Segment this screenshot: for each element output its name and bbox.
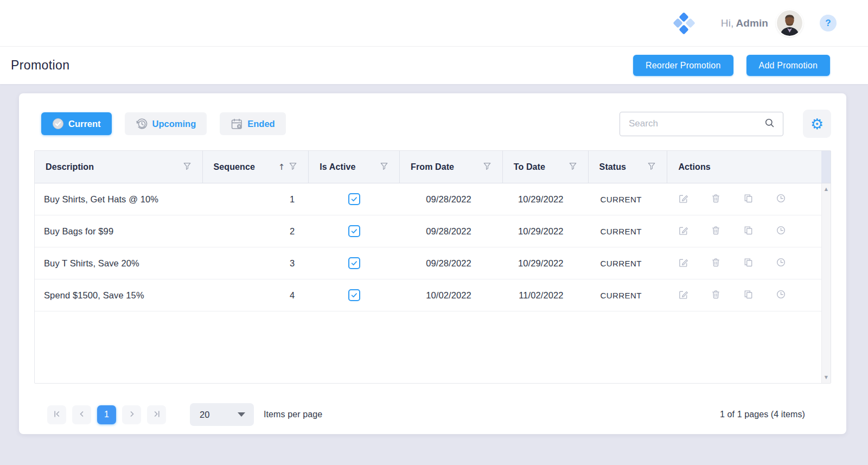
edit-icon bbox=[678, 225, 688, 237]
user-name: Admin bbox=[736, 17, 768, 29]
column-header-status[interactable]: Status bbox=[589, 151, 668, 183]
last-page-icon bbox=[151, 409, 162, 421]
filter-icon[interactable] bbox=[380, 162, 388, 173]
page-title: Promotion bbox=[11, 58, 69, 73]
vertical-scrollbar[interactable]: ▲ ▼ bbox=[821, 183, 831, 383]
page-size-select[interactable]: 20 bbox=[190, 403, 254, 426]
edit-icon bbox=[678, 193, 688, 205]
clock-history-icon bbox=[136, 118, 148, 130]
previous-page-button[interactable] bbox=[72, 405, 91, 424]
edit-button[interactable] bbox=[678, 289, 688, 301]
search-icon[interactable] bbox=[764, 117, 775, 131]
tab-upcoming[interactable]: Upcoming bbox=[125, 112, 207, 135]
edit-icon bbox=[678, 289, 688, 301]
chevron-right-icon bbox=[126, 409, 137, 421]
edit-button[interactable] bbox=[678, 257, 688, 269]
clock-icon bbox=[776, 225, 786, 237]
cell-actions bbox=[667, 225, 821, 237]
search-input[interactable] bbox=[629, 118, 764, 129]
user-greeting: Hi,Admin bbox=[721, 17, 768, 29]
copy-icon bbox=[743, 225, 754, 237]
copy-icon bbox=[743, 289, 754, 301]
filter-icon[interactable] bbox=[183, 162, 192, 173]
trash-icon bbox=[711, 225, 721, 237]
cell-sequence: 1 bbox=[203, 194, 309, 205]
delete-button[interactable] bbox=[711, 225, 721, 237]
scroll-up-icon[interactable]: ▲ bbox=[825, 187, 828, 192]
copy-button[interactable] bbox=[743, 289, 754, 301]
delete-button[interactable] bbox=[711, 193, 721, 205]
add-promotion-button[interactable]: Add Promotion bbox=[746, 55, 830, 76]
filter-icon[interactable] bbox=[483, 162, 492, 173]
is-active-checkbox[interactable] bbox=[348, 193, 360, 205]
gear-icon: ⚙ bbox=[810, 117, 824, 131]
first-page-button[interactable] bbox=[47, 405, 66, 424]
cell-is-active bbox=[309, 193, 400, 205]
tab-current[interactable]: Current bbox=[41, 112, 112, 135]
column-header-from-date[interactable]: From Date bbox=[400, 151, 503, 183]
cell-to-date: 10/29/2022 bbox=[503, 226, 589, 237]
last-page-button[interactable] bbox=[147, 405, 166, 424]
sort-ascending-icon: ↑ bbox=[278, 162, 285, 172]
edit-button[interactable] bbox=[678, 193, 688, 205]
cell-is-active bbox=[309, 225, 400, 237]
filter-icon[interactable] bbox=[569, 162, 577, 173]
cell-to-date: 11/02/2022 bbox=[503, 290, 589, 301]
copy-button[interactable] bbox=[743, 193, 754, 205]
column-header-actions: Actions bbox=[667, 151, 821, 183]
cell-from-date: 10/02/2022 bbox=[400, 290, 503, 301]
cell-status: CURRENT bbox=[589, 259, 668, 268]
delete-button[interactable] bbox=[711, 289, 721, 301]
cell-actions bbox=[667, 257, 821, 269]
status-filter-tabs: Current Upcoming bbox=[41, 112, 286, 135]
history-button[interactable] bbox=[776, 257, 786, 269]
page-header: Promotion Reorder Promotion Add Promotio… bbox=[0, 46, 868, 84]
column-header-to-date[interactable]: To Date bbox=[503, 151, 589, 183]
column-header-description[interactable]: Description bbox=[35, 151, 203, 183]
clock-icon bbox=[776, 289, 786, 301]
table-row: Buy T Shirts, Save 20% 3 09/28/2022 10/2… bbox=[35, 247, 821, 279]
tab-ended[interactable]: Ended bbox=[220, 112, 285, 135]
cell-status: CURRENT bbox=[589, 195, 668, 204]
pager-summary: 1 of 1 pages (4 items) bbox=[720, 410, 805, 419]
reorder-promotion-button[interactable]: Reorder Promotion bbox=[633, 55, 733, 76]
items-per-page-label: Items per page bbox=[264, 410, 322, 419]
filter-icon[interactable] bbox=[289, 162, 297, 173]
promotion-card: Current Upcoming bbox=[19, 93, 846, 434]
tab-ended-label: Ended bbox=[247, 119, 275, 129]
chevron-left-icon bbox=[76, 409, 87, 421]
top-bar: Hi,Admin ? bbox=[0, 0, 868, 46]
avatar[interactable] bbox=[777, 10, 802, 36]
cell-to-date: 10/29/2022 bbox=[503, 258, 589, 269]
history-button[interactable] bbox=[776, 225, 786, 237]
help-button[interactable]: ? bbox=[820, 15, 837, 31]
copy-button[interactable] bbox=[743, 225, 754, 237]
history-button[interactable] bbox=[776, 193, 786, 205]
grid-settings-button[interactable]: ⚙ bbox=[803, 110, 831, 138]
filter-icon[interactable] bbox=[647, 162, 656, 173]
next-page-button[interactable] bbox=[122, 405, 141, 424]
apps-diamond-icon[interactable] bbox=[674, 14, 694, 33]
question-mark-icon: ? bbox=[825, 18, 831, 29]
is-active-checkbox[interactable] bbox=[348, 289, 360, 301]
table-row: Buy Bags for $99 2 09/28/2022 10/29/2022… bbox=[35, 215, 821, 247]
cell-description: Spend $1500, Save 15% bbox=[35, 290, 203, 301]
is-active-checkbox[interactable] bbox=[348, 257, 360, 269]
caret-down-icon bbox=[238, 412, 245, 417]
pager-nav: 1 bbox=[47, 405, 166, 424]
is-active-checkbox[interactable] bbox=[348, 225, 360, 237]
page-1-button[interactable]: 1 bbox=[97, 405, 116, 424]
delete-button[interactable] bbox=[711, 257, 721, 269]
edit-button[interactable] bbox=[678, 225, 688, 237]
cell-description: Buy T Shirts, Save 20% bbox=[35, 258, 203, 269]
page-size-value: 20 bbox=[200, 410, 238, 420]
cell-to-date: 10/29/2022 bbox=[503, 194, 589, 205]
cell-status: CURRENT bbox=[589, 291, 668, 300]
column-header-sequence[interactable]: Sequence ↑ bbox=[203, 151, 309, 183]
grid-toolbar: Current Upcoming bbox=[34, 110, 831, 138]
cell-description: Buy Shirts, Get Hats @ 10% bbox=[35, 194, 203, 205]
copy-button[interactable] bbox=[743, 257, 754, 269]
column-header-is-active[interactable]: Is Active bbox=[309, 151, 400, 183]
history-button[interactable] bbox=[776, 289, 786, 301]
scroll-down-icon[interactable]: ▼ bbox=[825, 375, 828, 380]
